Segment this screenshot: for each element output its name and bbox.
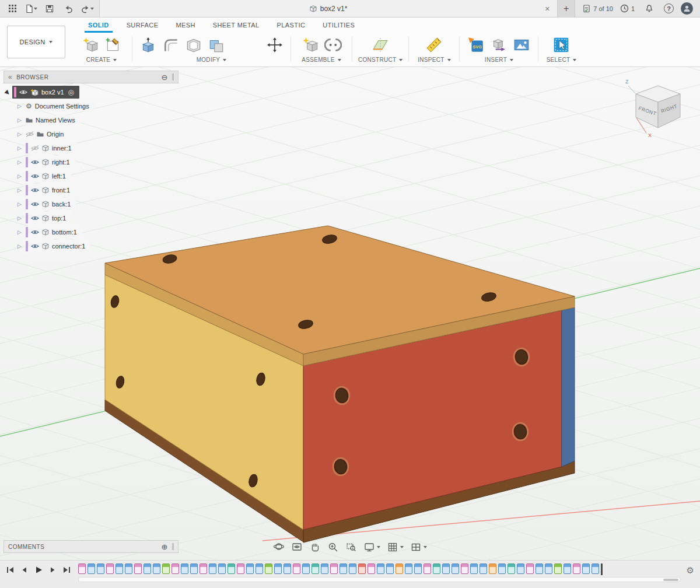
timeline-feature-extrude[interactable] bbox=[442, 564, 450, 574]
expand-arrow-icon[interactable]: ▷ bbox=[15, 159, 24, 165]
tab-utilities[interactable]: UTILITIES bbox=[314, 18, 363, 33]
timeline-scrollbar-thumb[interactable] bbox=[663, 579, 678, 581]
browser-header[interactable]: « BROWSER ⊖ bbox=[4, 71, 178, 83]
expand-arrow-icon[interactable]: ▷ bbox=[15, 145, 24, 151]
visibility-eye-icon[interactable] bbox=[31, 243, 39, 249]
timeline-feature-extrude[interactable] bbox=[480, 564, 487, 574]
timeline-feature-extrude[interactable] bbox=[545, 564, 552, 574]
insert-svg-button[interactable]: SVG bbox=[466, 35, 486, 55]
timeline-feature-sketch[interactable] bbox=[237, 564, 244, 574]
browser-item-top[interactable]: ▷ top:1 bbox=[15, 211, 178, 225]
timeline-feature-sketch[interactable] bbox=[293, 564, 300, 574]
expand-arrow-icon[interactable]: ▷ bbox=[15, 215, 24, 221]
look-at-button[interactable] bbox=[289, 540, 304, 554]
visibility-eye-icon[interactable] bbox=[31, 215, 39, 221]
measure-button[interactable] bbox=[424, 35, 444, 55]
minimize-panel-icon[interactable]: ⊖ bbox=[162, 73, 168, 82]
visibility-eye-icon[interactable] bbox=[31, 173, 39, 179]
timeline-feature-extrude[interactable] bbox=[340, 564, 347, 574]
orbit-button[interactable] bbox=[271, 540, 286, 554]
browser-item-connector[interactable]: ▷ connector:1 bbox=[15, 239, 178, 253]
timeline-feature-extrude[interactable] bbox=[414, 564, 422, 574]
timeline-feature-sketch[interactable] bbox=[78, 564, 86, 574]
timeline-feature-extrude[interactable] bbox=[209, 564, 216, 574]
tab-sheet-metal[interactable]: SHEET METAL bbox=[204, 18, 268, 33]
timeline-feature-extrude[interactable] bbox=[536, 564, 543, 574]
timeline-feature-extrude[interactable] bbox=[116, 564, 123, 574]
combine-button[interactable] bbox=[206, 35, 226, 55]
panel-grip[interactable] bbox=[172, 543, 174, 550]
activate-component-radio[interactable]: ◎ bbox=[68, 88, 74, 96]
help-button[interactable]: ? bbox=[664, 4, 674, 13]
timeline-feature-extrude[interactable] bbox=[190, 564, 198, 574]
tab-solid[interactable]: SOLID bbox=[79, 18, 118, 33]
visibility-eye-icon[interactable] bbox=[31, 229, 39, 235]
derive-button[interactable] bbox=[489, 35, 509, 55]
timeline-feature-green[interactable] bbox=[265, 564, 272, 574]
expand-arrow-icon[interactable]: ▷ bbox=[15, 187, 24, 193]
undo-button[interactable] bbox=[61, 2, 76, 16]
select-button[interactable] bbox=[551, 35, 571, 55]
timeline-feature-sketch[interactable] bbox=[368, 564, 375, 574]
viewports-button[interactable] bbox=[408, 540, 429, 554]
step-back-button[interactable] bbox=[19, 564, 30, 576]
expand-arrow-icon[interactable]: ▷ bbox=[15, 131, 24, 137]
browser-item-inner[interactable]: ▷ inner:1 bbox=[15, 141, 178, 155]
timeline-feature-sketch[interactable] bbox=[106, 564, 114, 574]
joint-button[interactable] bbox=[323, 35, 343, 55]
visibility-eye-icon[interactable] bbox=[19, 89, 27, 95]
timeline-feature-sketch[interactable] bbox=[200, 564, 207, 574]
box-model[interactable] bbox=[105, 226, 575, 542]
visibility-eye-icon[interactable] bbox=[31, 201, 39, 207]
shell-button[interactable] bbox=[184, 35, 204, 55]
browser-item-back[interactable]: ▷ back:1 bbox=[15, 197, 178, 211]
browser-item-origin[interactable]: ▷ Origin bbox=[15, 127, 178, 141]
tab-surface[interactable]: SURFACE bbox=[118, 18, 167, 33]
timeline-feature-extrude[interactable] bbox=[517, 564, 524, 574]
timeline-feature-extrude[interactable] bbox=[144, 564, 151, 574]
expand-arrow-icon[interactable]: ▷ bbox=[15, 117, 24, 123]
timeline-feature-extrude[interactable] bbox=[181, 564, 188, 574]
workspace-selector[interactable]: DESIGN bbox=[7, 26, 65, 58]
job-status[interactable]: 7 of 10 bbox=[582, 4, 613, 13]
timeline-feature-extrude[interactable] bbox=[405, 564, 412, 574]
timeline-feature-extrude[interactable] bbox=[452, 564, 459, 574]
document-tab[interactable]: box2 v1* × bbox=[99, 0, 558, 17]
go-to-start-button[interactable] bbox=[5, 564, 16, 576]
construct-plane-button[interactable] bbox=[370, 35, 390, 55]
zoom-window-button[interactable] bbox=[344, 540, 359, 554]
timeline-feature-red[interactable] bbox=[358, 564, 366, 574]
expand-arrow-icon[interactable]: ▷ bbox=[15, 243, 24, 249]
timeline-feature-extrude[interactable] bbox=[284, 564, 291, 574]
timeline-feature-extrude[interactable] bbox=[88, 564, 95, 574]
redo-button[interactable] bbox=[79, 2, 94, 16]
box-right-strip[interactable] bbox=[562, 307, 575, 467]
display-settings-button[interactable] bbox=[362, 540, 382, 554]
timeline-feature-sketch[interactable] bbox=[172, 564, 179, 574]
visibility-eye-icon[interactable] bbox=[31, 159, 39, 165]
timeline-feature-extrude[interactable] bbox=[582, 564, 590, 574]
browser-item-named-views[interactable]: ▷ Named Views bbox=[15, 113, 178, 127]
group-label-insert[interactable]: INSERT bbox=[485, 57, 513, 65]
timeline-feature-extrude[interactable] bbox=[386, 564, 394, 574]
user-avatar[interactable] bbox=[681, 2, 693, 15]
group-label-assemble[interactable]: ASSEMBLE bbox=[302, 57, 341, 65]
timeline-feature-sketch[interactable] bbox=[424, 564, 431, 574]
timeline-feature-extrude[interactable] bbox=[302, 564, 310, 574]
tab-plastic[interactable]: PLASTIC bbox=[268, 18, 314, 33]
comments-bar[interactable]: COMMENTS ⊕ bbox=[4, 540, 178, 553]
timeline-feature-extrude[interactable] bbox=[246, 564, 254, 574]
browser-item-right[interactable]: ▷ right:1 bbox=[15, 155, 178, 169]
timeline-feature-green[interactable] bbox=[554, 564, 562, 574]
viewcube[interactable]: Z FRONT RIGHT X bbox=[621, 75, 691, 139]
browser-item-root[interactable]: ▶ box2 v1 ◎ bbox=[4, 85, 178, 99]
file-menu-button[interactable] bbox=[23, 2, 38, 16]
go-to-end-button[interactable] bbox=[61, 564, 72, 576]
timeline-feature-extrude[interactable] bbox=[125, 564, 132, 574]
assemble-new-component-button[interactable] bbox=[300, 35, 320, 55]
timeline-feature-teal[interactable] bbox=[433, 564, 440, 574]
create-sketch-button[interactable] bbox=[103, 35, 123, 55]
timeline-feature-green[interactable] bbox=[162, 564, 170, 574]
step-forward-button[interactable] bbox=[47, 564, 58, 576]
timeline-feature-teal[interactable] bbox=[228, 564, 235, 574]
